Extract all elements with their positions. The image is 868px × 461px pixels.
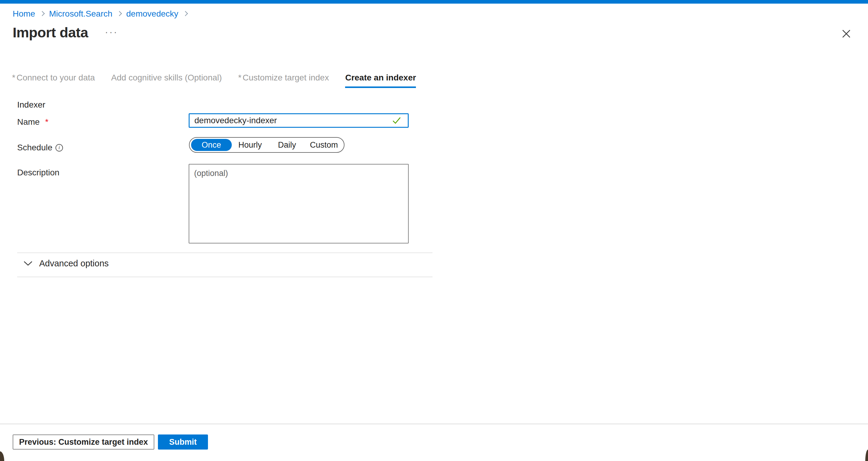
name-label-text: Name — [17, 117, 40, 127]
tab-label: Add cognitive skills (Optional) — [111, 73, 222, 82]
valid-check-icon — [393, 117, 401, 124]
schedule-option-once[interactable]: Once — [191, 139, 232, 151]
required-marker: * — [238, 73, 241, 82]
tab-label: Customize target index — [243, 73, 329, 82]
breadcrumb-home-link[interactable]: Home — [13, 8, 35, 19]
required-marker: * — [12, 73, 16, 82]
breadcrumb-service-link[interactable]: Microsoft.Search — [49, 8, 113, 19]
description-field-label: Description — [17, 168, 59, 178]
breadcrumb-resource-link[interactable]: demovedecky — [126, 8, 179, 19]
description-textarea[interactable] — [189, 164, 409, 243]
tab-connect-to-your-data[interactable]: *Connect to your data — [12, 73, 95, 88]
chevron-right-icon — [39, 11, 44, 16]
tab-label: Connect to your data — [17, 73, 95, 82]
more-options-button[interactable]: ··· — [105, 27, 118, 38]
schedule-field-label: Schedule i — [17, 143, 63, 152]
name-field-label: Name* — [17, 117, 49, 127]
chevron-right-icon — [183, 11, 188, 16]
advanced-options-toggle[interactable]: Advanced options — [24, 258, 109, 269]
tab-add-cognitive-skills[interactable]: Add cognitive skills (Optional) — [111, 73, 222, 88]
schedule-option-daily[interactable]: Daily — [269, 141, 305, 150]
indexer-name-input[interactable] — [189, 113, 409, 128]
wizard-tabs: *Connect to your data Add cognitive skil… — [12, 73, 416, 88]
divider — [17, 277, 433, 277]
close-button[interactable] — [840, 27, 853, 40]
screen-corner-artifact — [0, 451, 4, 461]
schedule-toggle-group: Once Hourly Daily Custom — [189, 137, 344, 153]
page-title: Import data — [13, 24, 88, 41]
info-icon[interactable]: i — [56, 144, 63, 152]
schedule-label-text: Schedule — [17, 143, 53, 152]
tab-create-an-indexer[interactable]: Create an indexer — [345, 73, 416, 88]
schedule-option-custom[interactable]: Custom — [306, 141, 342, 150]
top-accent-bar — [0, 0, 868, 4]
close-icon — [841, 28, 852, 39]
divider — [17, 252, 433, 253]
description-label-text: Description — [17, 168, 59, 178]
chevron-right-icon — [117, 11, 122, 16]
previous-step-button[interactable]: Previous: Customize target index — [13, 434, 154, 450]
tab-customize-target-index[interactable]: *Customize target index — [238, 73, 329, 88]
indexer-section-heading: Indexer — [17, 100, 45, 110]
schedule-option-hourly[interactable]: Hourly — [232, 141, 269, 150]
screen-corner-artifact — [865, 450, 868, 461]
tab-label: Create an indexer — [345, 73, 416, 82]
chevron-down-icon — [24, 261, 33, 266]
advanced-options-label: Advanced options — [39, 258, 109, 269]
breadcrumb: Home Microsoft.Search demovedecky — [13, 8, 187, 19]
footer-divider — [0, 424, 868, 424]
submit-button[interactable]: Submit — [158, 434, 208, 450]
required-marker: * — [45, 117, 49, 127]
